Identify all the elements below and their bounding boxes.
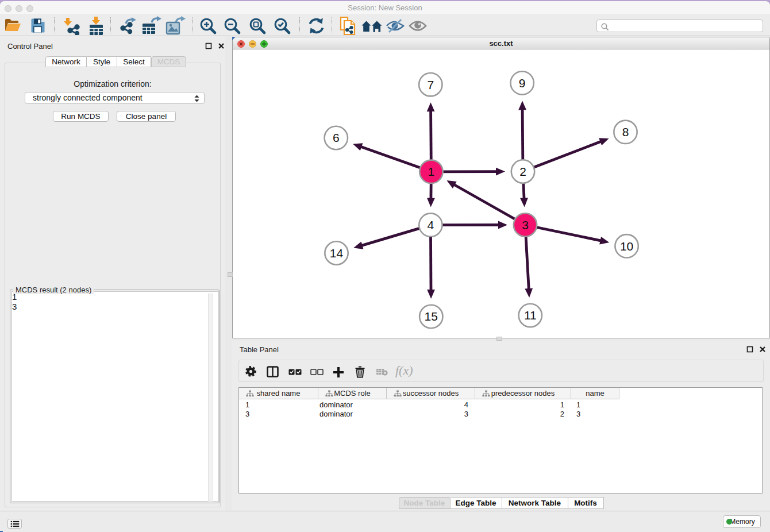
svg-text:8: 8 — [622, 125, 629, 138]
svg-text:9: 9 — [519, 76, 526, 90]
svg-text:2: 2 — [519, 165, 526, 178]
svg-text:15: 15 — [425, 310, 438, 323]
svg-text:14: 14 — [330, 246, 344, 260]
svg-text:6: 6 — [333, 131, 340, 144]
svg-text:3: 3 — [522, 218, 529, 232]
svg-text:7: 7 — [427, 78, 434, 91]
svg-text:11: 11 — [524, 309, 537, 322]
svg-text:4: 4 — [428, 218, 434, 232]
svg-text:10: 10 — [620, 240, 633, 253]
svg-text:1: 1 — [428, 165, 435, 178]
